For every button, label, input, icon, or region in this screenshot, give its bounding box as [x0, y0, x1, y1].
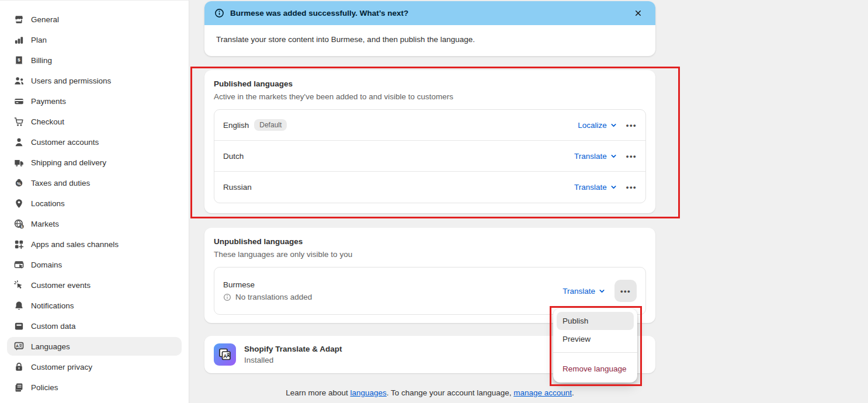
sidebar-item-label: Shipping and delivery [31, 158, 106, 167]
translate-dropdown-button[interactable]: Translate [574, 152, 617, 161]
domain-icon [13, 259, 25, 270]
info-icon [214, 8, 224, 18]
policy-icon [13, 382, 25, 393]
unpublished-languages-list: Burmese No translations added Translate … [214, 267, 646, 315]
sidebar-item-payments[interactable]: Payments [7, 92, 182, 110]
sidebar-item-label: Payments [31, 97, 66, 106]
app-status: Installed [244, 356, 342, 364]
svg-text:A: A [16, 343, 19, 348]
sidebar-item-label: Markets [31, 220, 59, 228]
sidebar-item-checkout[interactable]: Checkout [7, 112, 182, 131]
languages-link[interactable]: languages [350, 388, 387, 397]
bell-icon [13, 300, 25, 311]
translate-dropdown-button[interactable]: Translate [574, 183, 617, 192]
sidebar-item-label: General [31, 15, 59, 24]
banner-body: Translate your store content into Burmes… [204, 25, 655, 56]
language-row-russian: Russian Translate ••• [214, 172, 645, 203]
language-name: English [223, 121, 249, 130]
language-row-burmese: Burmese No translations added Translate … [214, 267, 645, 314]
chevron-down-icon [610, 153, 617, 159]
truck-icon [13, 157, 25, 168]
overflow-menu-button[interactable]: ••• [626, 121, 637, 129]
payments-icon [13, 96, 25, 107]
sidebar-item-billing[interactable]: $ Billing [7, 51, 182, 70]
language-row-dutch: Dutch Translate ••• [214, 141, 645, 172]
sidebar-item-domains[interactable]: Domains [7, 255, 182, 274]
language-name: Russian [223, 183, 252, 192]
data-icon [13, 321, 25, 332]
sidebar-item-label: Checkout [31, 117, 64, 126]
sidebar-item-customer-events[interactable]: Customer events [7, 276, 182, 294]
sidebar-item-label: Apps and sales channels [31, 240, 119, 249]
sidebar-item-label: Plan [31, 36, 47, 44]
sidebar-item-custom-data[interactable]: Custom data [7, 317, 182, 335]
settings-content: Burmese was added successfully. What’s n… [189, 0, 868, 403]
apps-grid-icon [13, 239, 25, 250]
language-row-english: English Default Localize ••• [214, 110, 645, 141]
card-subtitle: These languages are only visible to you [214, 250, 646, 259]
store-icon [13, 14, 25, 25]
sidebar-item-label: Locations [31, 199, 65, 208]
sidebar-item-customer-privacy[interactable]: Customer privacy [7, 357, 182, 376]
chevron-down-icon [610, 122, 617, 128]
card-title: Published languages [214, 79, 646, 88]
menu-divider [553, 352, 637, 353]
menu-item-preview[interactable]: Preview [557, 330, 634, 348]
footer-help-text: Learn more about languages. To change yo… [204, 388, 655, 397]
billing-icon: $ [13, 55, 25, 66]
sidebar-item-users-and-permissions[interactable]: Users and permissions [7, 71, 182, 90]
sidebar-item-label: Languages [31, 342, 70, 351]
app-title: Shopify Translate & Adapt [244, 345, 342, 353]
language-name: Burmese [223, 280, 255, 289]
banner-header: Burmese was added successfully. What’s n… [204, 1, 655, 25]
banner-title: Burmese was added successfully. What’s n… [230, 9, 408, 18]
default-badge: Default [254, 119, 287, 131]
sidebar-item-label: Users and permissions [31, 77, 111, 85]
language-name: Dutch [223, 152, 244, 161]
close-icon[interactable] [630, 6, 645, 21]
lock-icon [13, 362, 25, 373]
sidebar-item-plan[interactable]: Plan [7, 30, 182, 49]
success-banner: Burmese was added successfully. What’s n… [204, 1, 655, 56]
menu-item-remove-language[interactable]: Remove language [557, 357, 634, 379]
sidebar-item-locations[interactable]: Locations [7, 194, 182, 213]
sidebar-item-label: Policies [31, 383, 58, 392]
svg-text:$: $ [20, 224, 23, 228]
svg-text:%: % [17, 180, 21, 186]
sidebar-item-languages[interactable]: A Languages [7, 337, 182, 356]
overflow-menu-button[interactable]: ••• [626, 152, 637, 160]
published-languages-list: English Default Localize ••• Dutch Trans… [214, 109, 646, 203]
sidebar-item-markets[interactable]: $ Markets [7, 214, 182, 233]
chevron-down-icon [599, 288, 605, 294]
sidebar-item-label: Customer accounts [31, 138, 99, 147]
sidebar-item-taxes-and-duties[interactable]: % Taxes and duties [7, 173, 182, 192]
sidebar-item-general[interactable]: General [7, 10, 182, 29]
translate-dropdown-button[interactable]: Translate [563, 287, 605, 296]
card-subtitle: Active in the markets they've been added… [214, 92, 646, 101]
svg-text:$: $ [18, 57, 20, 62]
sidebar-item-label: Notifications [31, 301, 74, 310]
sidebar-item-label: Customer events [31, 281, 91, 290]
overflow-menu-button[interactable]: ••• [626, 183, 637, 191]
card-title: Unpublished languages [214, 237, 646, 246]
overflow-menu-popup: Publish Preview Remove language [553, 308, 637, 383]
menu-item-publish[interactable]: Publish [557, 312, 634, 330]
published-languages-card: Published languages Active in the market… [204, 70, 655, 213]
overflow-menu-button[interactable]: ••• [614, 280, 637, 302]
sidebar-item-label: Domains [31, 260, 62, 269]
sidebar-item-label: Billing [31, 56, 52, 65]
sidebar-item-label: Customer privacy [31, 363, 92, 371]
manage-account-link[interactable]: manage account [513, 388, 572, 397]
sidebar-item-customer-accounts[interactable]: Customer accounts [7, 133, 182, 151]
sidebar-item-apps-and-sales-channels[interactable]: Apps and sales channels [7, 235, 182, 253]
globe-icon: $ [13, 218, 25, 230]
sidebar-item-policies[interactable]: Policies [7, 378, 182, 397]
location-pin-icon [13, 198, 25, 209]
sidebar-item-notifications[interactable]: Notifications [7, 296, 182, 315]
sidebar-item-shipping-and-delivery[interactable]: Shipping and delivery [7, 153, 182, 172]
cursor-click-icon [13, 280, 25, 291]
localize-dropdown-button[interactable]: Localize [578, 121, 617, 130]
tax-icon: % [13, 178, 25, 189]
person-icon [13, 137, 25, 148]
sidebar-item-label: Taxes and duties [31, 179, 90, 187]
